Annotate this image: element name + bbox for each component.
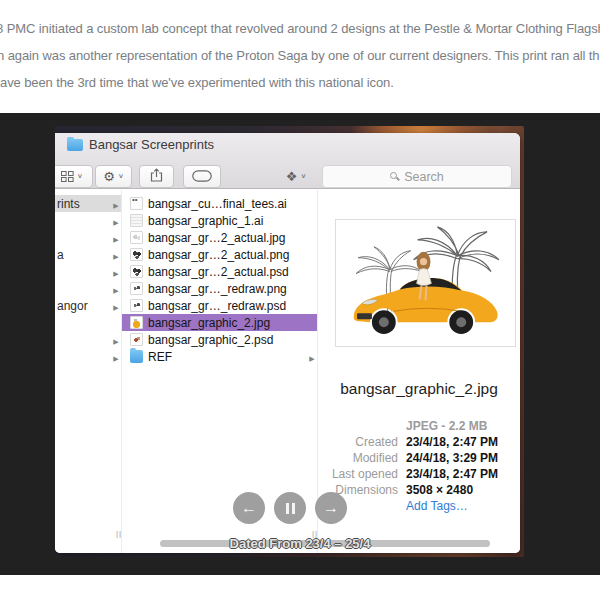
file-thumbnail-icon [130,197,143,210]
metadata-value: 24/4/18, 3:29 PM [406,451,498,465]
share-button[interactable] [139,165,174,188]
file-thumbnail-icon [130,231,143,244]
file-row[interactable]: bangsar_cu…final_tees.ai [122,195,317,212]
intro-line: n again was another representation of th… [0,42,600,69]
metadata-value: 23/4/18, 2:47 PM [406,435,498,449]
pause-slideshow-button[interactable] [274,492,306,524]
sidebar-item-label: angor [57,299,111,313]
disclosure-triangle-icon [111,265,121,279]
finder-window: Bangsar Screenprints [55,133,520,553]
right-arrow-icon [323,499,339,517]
disclosure-triangle-icon [111,197,121,211]
chevron-down-icon [118,173,124,180]
disclosure-triangle-icon [111,282,121,296]
file-thumbnail-icon [130,299,143,312]
file-name: bangsar_gr…_redraw.png [148,282,302,296]
view-options-button[interactable] [55,165,93,188]
metadata-value: 23/4/18, 2:47 PM [406,467,498,481]
sidebar-item[interactable] [55,314,121,331]
slide-caption: Dated From 23/4 – 25/4 [0,536,600,551]
sidebar-item[interactable] [55,229,121,246]
next-slide-button[interactable] [315,492,347,524]
screenshot-gallery: Bangsar Screenprints [0,113,600,575]
window-header: Bangsar Screenprints [55,133,520,189]
file-row[interactable]: bangsar_gr…_redraw.psd [122,297,317,314]
sidebar-item[interactable] [55,280,121,297]
gear-icon [103,170,115,183]
file-name: bangsar_gr…2_actual.jpg [148,231,302,245]
chevron-down-icon [77,173,83,180]
disclosure-triangle-icon [111,299,121,313]
file-thumbnail-icon [130,214,143,227]
window-title: Bangsar Screenprints [89,137,214,152]
disclosure-triangle-icon [111,333,121,347]
file-metadata: JPEG - 2.2 MB Created 23/4/18, 2:47 PM M… [318,418,514,514]
intro-paragraph: 8 PMC initiated a custom lab concept tha… [0,0,600,113]
intro-line: ave been the 3rd time that we've experim… [0,69,600,96]
file-row[interactable]: bangsar_gr…2_actual.psd [122,263,317,280]
metadata-row: Add Tags… [318,498,514,514]
file-name: bangsar_graphic_1.ai [148,214,302,228]
preview-pane: bangsar_graphic_2.jpg JPEG - 2.2 MB Cr [318,190,520,553]
pause-icon [286,503,295,514]
disclosure-triangle-icon [111,350,121,364]
file-name: bangsar_graphic_2.psd [148,333,302,347]
metadata-row: JPEG - 2.2 MB [318,418,514,434]
tag-button[interactable] [183,165,221,188]
file-thumbnail-icon [130,265,143,278]
tag-icon [192,168,212,186]
file-row[interactable]: bangsar_gr…2_actual.png [122,246,317,263]
prev-slide-button[interactable] [233,492,265,524]
file-name: bangsar_cu…final_tees.ai [148,197,302,211]
file-name: bangsar_gr…2_actual.png [148,248,302,262]
metadata-label: Last opened [318,467,406,481]
metadata-value: 3508 × 2480 [406,483,473,497]
disclosure-triangle-icon [111,248,121,262]
sidebar-item[interactable]: rints [55,195,121,212]
sidebar-item[interactable] [55,348,121,365]
sidebar-item-label: rints [57,197,111,211]
action-menu-button[interactable] [95,165,132,188]
grid-view-icon [61,168,74,186]
file-row[interactable]: bangsar_graphic_2.jpg [122,314,317,331]
sidebar-item[interactable] [55,212,121,229]
car-palms-artwork [336,220,515,346]
search-placeholder: Search [404,170,444,184]
search-field[interactable]: Search [322,165,512,188]
metadata-row: Created 23/4/18, 2:47 PM [318,434,514,450]
file-thumbnail-icon [130,282,143,295]
metadata-label: Created [318,435,406,449]
file-row[interactable]: bangsar_graphic_2.psd [122,331,317,348]
file-name: bangsar_graphic_2.jpg [148,316,302,330]
file-name: REF [148,350,302,364]
file-thumbnail-icon [130,333,143,346]
file-row[interactable]: bangsar_gr…2_actual.jpg [122,229,317,246]
metadata-value: Add Tags… [406,499,468,513]
metadata-row: Modified 24/4/18, 3:29 PM [318,450,514,466]
folder-icon [67,139,83,151]
search-icon [390,172,399,181]
preview-filename: bangsar_graphic_2.jpg [318,380,520,398]
file-row[interactable]: bangsar_gr…_redraw.png [122,280,317,297]
file-name: bangsar_gr…2_actual.psd [148,265,302,279]
metadata-row: Dimensions 3508 × 2480 [318,482,514,498]
disclosure-triangle-icon [111,231,121,245]
sidebar-column: rints [55,190,122,553]
metadata-row: Last opened 23/4/18, 2:47 PM [318,466,514,482]
sidebar-item[interactable]: a [55,246,121,263]
disclosure-triangle-icon [307,350,317,364]
file-name: bangsar_gr…_redraw.psd [148,299,302,313]
file-row[interactable]: bangsar_graphic_1.ai [122,212,317,229]
intro-line: 8 PMC initiated a custom lab concept tha… [0,15,600,42]
file-thumbnail-icon [130,350,143,363]
dropbox-menu-button[interactable] [279,165,313,188]
sidebar-item[interactable] [55,331,121,348]
share-icon [150,168,163,186]
metadata-label: Modified [318,451,406,465]
dropbox-icon [286,170,298,183]
preview-image [335,219,516,347]
file-row[interactable]: REF [122,348,317,365]
sidebar-item[interactable]: angor [55,297,121,314]
sidebar-item[interactable] [55,263,121,280]
left-arrow-icon [241,499,257,517]
